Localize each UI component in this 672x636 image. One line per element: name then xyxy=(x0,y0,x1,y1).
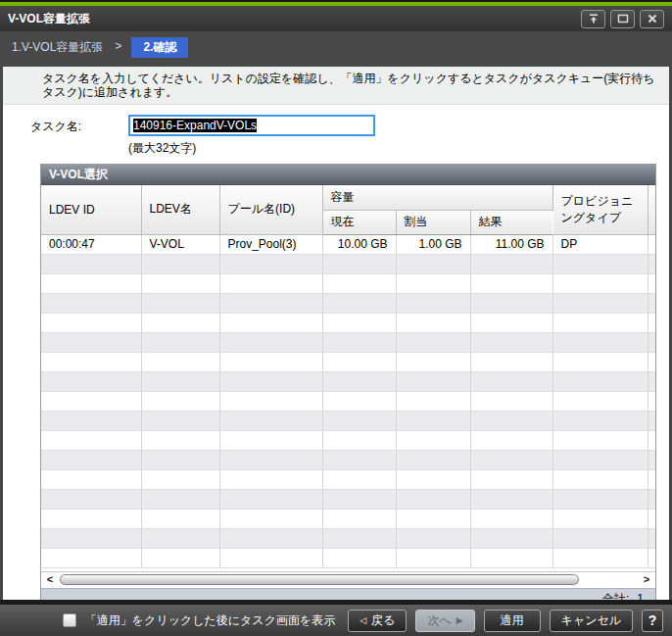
table-header: LDEV ID LDEV名 プール名(ID) 容量 プロビジョニングタイプ 現在… xyxy=(41,185,655,235)
scroll-left-icon[interactable]: < xyxy=(45,574,55,585)
close-icon[interactable] xyxy=(640,10,664,28)
total-value: 1 xyxy=(637,592,644,600)
cell-ldev-id xyxy=(41,372,141,392)
cell-allocated xyxy=(396,431,470,451)
col-header-pool-name[interactable]: プール名(ID) xyxy=(219,185,322,234)
collapse-up-icon[interactable] xyxy=(581,10,605,28)
cell-prov-type xyxy=(552,490,648,510)
back-button[interactable]: ◁ 戻る xyxy=(348,610,407,632)
cell-ldev-id xyxy=(41,314,141,333)
next-arrow-icon: ▶ xyxy=(456,616,463,625)
cell-allocated xyxy=(396,353,470,372)
scroll-right-icon[interactable]: > xyxy=(642,574,651,585)
action-bar: 「適用」をクリックした後にタスク画面を表示 ◁ 戻る 次へ ▶ 適用 キャンセル… xyxy=(0,600,672,636)
table-row-empty xyxy=(41,412,655,431)
instruction-text: タスク名を入力してください。リストの設定を確認し、「適用」をクリックするとタスク… xyxy=(3,67,669,105)
cell-allocated xyxy=(396,294,470,314)
cell-pool-name xyxy=(219,274,322,294)
show-task-screen-label: 「適用」をクリックした後にタスク画面を表示 xyxy=(85,612,335,629)
cell-allocated xyxy=(396,372,470,392)
show-task-screen-checkbox[interactable] xyxy=(63,613,76,627)
cell-result xyxy=(470,490,552,510)
cell-current xyxy=(322,412,396,431)
horizontal-scrollbar[interactable]: < > xyxy=(41,571,655,588)
cell-filler xyxy=(648,255,655,274)
cell-prov-type xyxy=(552,255,648,274)
cell-ldev-id xyxy=(41,529,141,549)
task-name-input[interactable]: 140916-ExpandV-VOLs xyxy=(128,115,375,136)
table-row-empty xyxy=(41,255,655,274)
cell-ldev-id xyxy=(41,470,141,490)
cell-pool-name xyxy=(219,333,322,353)
maximize-icon[interactable] xyxy=(610,10,635,28)
cell-allocated xyxy=(396,314,470,333)
cell-pool-name xyxy=(219,549,322,568)
vvol-table-body: 00:00:47V-VOLProv_Pool(3)10.00 GB1.00 GB… xyxy=(41,235,655,568)
cell-pool-name xyxy=(219,392,322,412)
cell-prov-type: DP xyxy=(552,235,648,255)
table-row[interactable]: 00:00:47V-VOLProv_Pool(3)10.00 GB1.00 GB… xyxy=(41,235,655,255)
table-row-empty xyxy=(41,470,655,490)
cell-ldev-name xyxy=(141,353,219,372)
cell-current xyxy=(322,451,396,470)
next-button[interactable]: 次へ ▶ xyxy=(415,610,474,632)
cell-ldev-name xyxy=(141,314,219,333)
cell-ldev-id xyxy=(41,412,141,431)
cell-ldev-name xyxy=(141,451,219,470)
cell-prov-type xyxy=(552,549,648,568)
breadcrumb-separator: > xyxy=(115,39,121,53)
col-header-allocated[interactable]: 割当 xyxy=(396,210,470,234)
vvol-selection-table: V-VOL選択 LDEV ID LDEV名 プール名(ID) 容量 プロビジョニ… xyxy=(40,164,656,600)
cell-ldev-id xyxy=(41,333,141,353)
cell-filler xyxy=(648,333,655,353)
cell-filler xyxy=(648,235,655,255)
cell-current xyxy=(322,470,396,490)
cell-allocated: 1.00 GB xyxy=(396,235,470,255)
cell-ldev-id xyxy=(41,392,141,412)
col-header-ldev-name[interactable]: LDEV名 xyxy=(141,185,219,234)
cell-filler xyxy=(648,490,655,510)
cell-result xyxy=(470,255,552,274)
cell-allocated xyxy=(396,549,470,568)
cell-filler xyxy=(648,451,655,470)
cell-pool-name xyxy=(219,451,322,470)
cell-filler xyxy=(648,529,655,549)
help-button[interactable]: ? xyxy=(642,610,663,632)
cell-ldev-name xyxy=(141,431,219,451)
col-header-current[interactable]: 現在 xyxy=(322,210,396,234)
cancel-button[interactable]: キャンセル xyxy=(550,610,633,632)
cell-pool-name: Prov_Pool(3) xyxy=(219,235,322,255)
col-header-ldev-id[interactable]: LDEV ID xyxy=(41,185,141,234)
cell-result xyxy=(470,412,552,431)
cell-filler xyxy=(648,274,655,294)
cell-current xyxy=(322,490,396,510)
cell-allocated xyxy=(396,470,470,490)
cell-current xyxy=(322,314,396,333)
cell-filler xyxy=(648,470,655,490)
cell-ldev-id xyxy=(41,451,141,470)
cell-allocated xyxy=(396,451,470,470)
cell-prov-type xyxy=(552,529,648,549)
cell-ldev-name: V-VOL xyxy=(141,235,219,255)
cell-filler xyxy=(648,431,655,451)
apply-button[interactable]: 適用 xyxy=(484,610,541,632)
col-header-result[interactable]: 結果 xyxy=(470,210,552,234)
cell-result xyxy=(470,451,552,470)
cell-result xyxy=(470,510,552,529)
vvol-expand-dialog: V-VOL容量拡張 1.V-VOL容量拡張 > 2.確認 タスク名を入力してくだ… xyxy=(0,0,672,636)
breadcrumb: 1.V-VOL容量拡張 > 2.確認 xyxy=(0,31,672,67)
total-label: 合計: xyxy=(602,591,629,601)
cell-allocated xyxy=(396,412,470,431)
cell-result xyxy=(470,294,552,314)
table-row-empty xyxy=(41,372,655,392)
col-header-prov-type[interactable]: プロビジョニングタイプ xyxy=(552,185,648,234)
cell-ldev-name xyxy=(141,392,219,412)
cell-ldev-name xyxy=(141,412,219,431)
cell-ldev-id xyxy=(41,353,141,372)
breadcrumb-step-1: 1.V-VOL容量拡張 xyxy=(10,37,105,58)
back-arrow-icon: ◁ xyxy=(360,616,366,625)
cell-prov-type xyxy=(552,372,648,392)
cell-result xyxy=(470,529,552,549)
cell-ldev-name xyxy=(141,333,219,353)
scrollbar-thumb[interactable] xyxy=(60,574,579,585)
